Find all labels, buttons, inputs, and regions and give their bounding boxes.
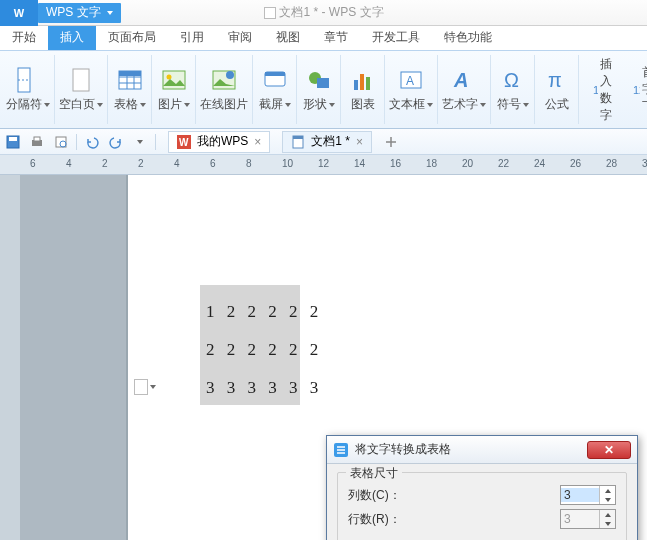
ruler-tick: 8 <box>246 158 252 169</box>
chevron-down-icon <box>107 11 113 15</box>
ribbon-symbol[interactable]: Ω符号 <box>491 55 535 124</box>
paste-options-button[interactable] <box>134 379 156 395</box>
svg-text:12: 12 <box>633 84 640 96</box>
svg-point-5 <box>166 75 171 80</box>
ribbon-chart[interactable]: 图表 <box>341 55 385 124</box>
ruler-tick: 16 <box>390 158 401 169</box>
ruler-tick: 2 <box>102 158 108 169</box>
svg-rect-31 <box>293 136 303 139</box>
window-title: 文档1 * - WPS 文字 <box>263 4 383 21</box>
window-title-text: 文档1 * - WPS 文字 <box>279 4 383 21</box>
dialog-titlebar[interactable]: 将文字转换成表格 ✕ <box>327 436 637 464</box>
svg-text:A: A <box>453 69 468 91</box>
wps-tab-label: 我的WPS <box>197 133 248 150</box>
columns-label: 列数(C)： <box>348 487 428 504</box>
rows-spinner <box>560 509 616 529</box>
rows-input <box>561 512 599 526</box>
separator <box>76 134 77 150</box>
svg-point-7 <box>226 71 234 79</box>
ruler-tick: 22 <box>498 158 509 169</box>
undo-icon[interactable] <box>83 133 101 151</box>
add-tab-icon[interactable] <box>382 133 400 151</box>
ribbon-number-icon[interactable]: 12插入数字 <box>589 54 623 126</box>
menu-tab-2[interactable]: 页面布局 <box>96 25 168 50</box>
page-break-icon <box>14 66 42 94</box>
dialog-title: 将文字转换成表格 <box>355 441 451 458</box>
menu-tab-5[interactable]: 视图 <box>264 25 312 50</box>
svg-rect-3 <box>119 71 141 76</box>
save-icon[interactable] <box>4 133 22 151</box>
ribbon-page-break[interactable]: 分隔符 <box>2 55 55 124</box>
ribbon-screenshot[interactable]: 截屏 <box>253 55 297 124</box>
svg-rect-14 <box>366 77 370 90</box>
paste-icon <box>134 379 148 395</box>
ribbon-equation[interactable]: π公式 <box>535 55 579 124</box>
title-bar: W WPS 文字 文档1 * - WPS 文字 <box>0 0 647 26</box>
ribbon-textbox[interactable]: A文本框 <box>385 55 438 124</box>
textbox-icon: A <box>397 66 425 94</box>
document-icon <box>263 7 275 19</box>
close-button[interactable]: ✕ <box>587 441 631 459</box>
columns-input[interactable] <box>561 488 599 502</box>
svg-rect-25 <box>34 137 40 141</box>
spin-down[interactable] <box>600 495 615 504</box>
app-name: WPS 文字 <box>46 4 101 21</box>
columns-spinner[interactable] <box>560 485 616 505</box>
chevron-down-icon <box>97 103 103 107</box>
menu-tab-0[interactable]: 开始 <box>0 25 48 50</box>
dialog-icon <box>333 442 349 458</box>
ruler-tick: 26 <box>570 158 581 169</box>
wps-home-tab[interactable]: W 我的WPS × <box>168 131 270 153</box>
ribbon-wordart[interactable]: A艺术字 <box>438 55 491 124</box>
print-icon[interactable] <box>28 133 46 151</box>
ribbon-online-picture[interactable]: 在线图片 <box>196 55 253 124</box>
ruler-tick: 28 <box>606 158 617 169</box>
ribbon-dropcap-icon[interactable]: 12首字下 <box>629 62 647 117</box>
blank-page-icon <box>67 66 95 94</box>
close-icon[interactable]: × <box>356 135 363 149</box>
table-size-legend: 表格尺寸 <box>346 465 402 482</box>
chevron-down-icon <box>184 103 190 107</box>
document-tab[interactable]: 文档1 * × <box>282 131 372 153</box>
horizontal-ruler[interactable]: 64224681012141618202224262830 <box>0 155 647 175</box>
separator <box>155 134 156 150</box>
menu-tab-3[interactable]: 引用 <box>168 25 216 50</box>
ruler-tick: 30 <box>642 158 647 169</box>
ribbon-blank-page[interactable]: 空白页 <box>55 55 108 124</box>
spin-up[interactable] <box>600 486 615 495</box>
ribbon-picture[interactable]: 图片 <box>152 55 196 124</box>
app-menu[interactable]: WPS 文字 <box>38 3 121 23</box>
chevron-down-icon <box>285 103 291 107</box>
close-icon[interactable]: × <box>254 135 261 149</box>
vertical-ruler[interactable] <box>0 175 20 540</box>
svg-rect-1 <box>73 69 89 91</box>
ribbon-shapes[interactable]: 形状 <box>297 55 341 124</box>
redo-icon[interactable] <box>107 133 125 151</box>
ruler-tick: 12 <box>318 158 329 169</box>
menu-tab-4[interactable]: 审阅 <box>216 25 264 50</box>
ruler-tick: 18 <box>426 158 437 169</box>
symbol-icon: Ω <box>499 66 527 94</box>
chevron-down-icon <box>44 103 50 107</box>
page-margin-area <box>20 175 126 540</box>
menu-tab-8[interactable]: 特色功能 <box>432 25 504 50</box>
print-preview-icon[interactable] <box>52 133 70 151</box>
equation-icon: π <box>543 66 571 94</box>
chart-icon <box>349 66 377 94</box>
ribbon-right: 12插入数字12首字下 <box>585 55 647 124</box>
ribbon-table[interactable]: 表格 <box>108 55 152 124</box>
dropdown-icon[interactable] <box>131 133 149 151</box>
ruler-tick: 24 <box>534 158 545 169</box>
selected-text-block[interactable]: 1 2 2 2 2 2 2 2 2 2 2 2 3 3 3 3 3 3 <box>200 285 300 405</box>
menu-tab-6[interactable]: 章节 <box>312 25 360 50</box>
screenshot-icon <box>261 66 289 94</box>
ruler-tick: 6 <box>30 158 36 169</box>
menu-tab-1[interactable]: 插入 <box>48 25 96 50</box>
ruler-tick: 10 <box>282 158 293 169</box>
svg-rect-11 <box>317 78 329 88</box>
menu-tab-7[interactable]: 开发工具 <box>360 25 432 50</box>
convert-text-to-table-dialog: 将文字转换成表格 ✕ 表格尺寸 列数(C)： 行数(R)： <box>326 435 638 540</box>
workspace: 1 2 2 2 2 2 2 2 2 2 2 2 3 3 3 3 3 3 将文字转… <box>0 175 647 540</box>
wps-logo-icon: W <box>177 135 191 149</box>
svg-text:W: W <box>179 137 189 148</box>
